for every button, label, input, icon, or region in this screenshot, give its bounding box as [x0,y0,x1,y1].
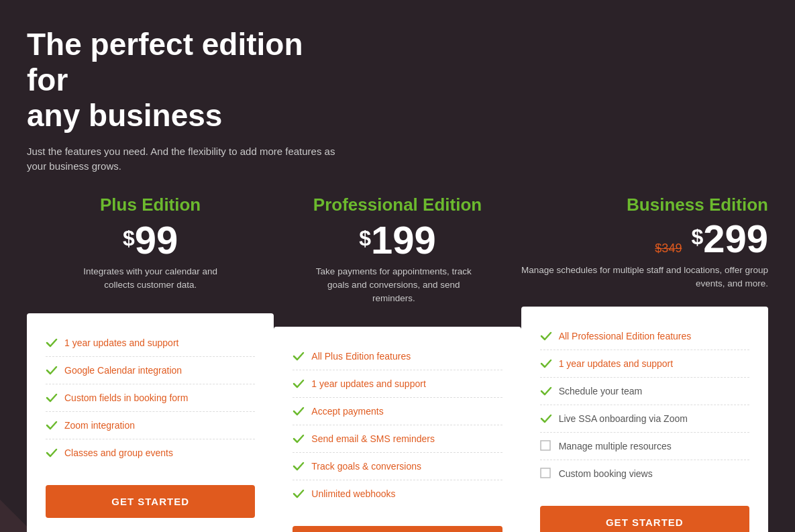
check-icon [540,385,552,397]
list-item: 1 year updates and support [540,350,749,378]
check-icon [293,460,305,472]
check-icon [46,419,58,431]
business-desc: Manage schedules for multiple staff and … [521,264,768,291]
list-item: Send email & SMS reminders [293,425,502,453]
feature-label: Track goals & conversions [311,461,421,472]
feature-label: Google Calendar integration [64,365,182,376]
business-header: Business Edition $349 $299 Manage schedu… [521,195,768,297]
pro-price: $199 [313,221,482,260]
list-item: Custom booking views [540,460,749,487]
business-dollar: $ [691,226,703,248]
feature-label: Custom booking views [559,468,653,479]
check-icon [46,392,58,404]
feature-label: Classes and group events [64,447,173,458]
list-item: 1 year updates and support [46,329,255,357]
plus-header: Plus Edition $99 Integrates with your ca… [70,195,231,303]
feature-label: Unlimited webhooks [311,488,395,499]
list-item: Unlimited webhooks [293,480,502,507]
check-icon [293,488,305,500]
feature-label: 1 year updates and support [64,337,178,348]
plus-name: Plus Edition [70,195,231,215]
feature-label: Live SSA onboarding via Zoom [559,413,688,424]
pro-features: All Plus Edition features 1 year updates… [293,343,502,507]
check-icon [293,378,305,390]
list-item: Track goals & conversions [293,453,502,480]
subtitle: Just the features you need. And the flex… [27,144,349,174]
plan-plus: Plus Edition $99 Integrates with your ca… [27,195,274,532]
plus-price: $99 [70,221,231,260]
business-price: $299 [691,219,768,258]
feature-label: Send email & SMS reminders [311,433,435,444]
check-icon [293,350,305,362]
feature-label: Schedule your team [559,386,643,396]
feature-label: Accept payments [311,406,383,417]
list-item: All Professional Edition features [540,323,749,350]
main-title: The perfect edition for any business [27,27,349,134]
feature-label: Custom fields in booking form [64,392,188,403]
plus-desc: Integrates with your calendar and collec… [70,265,231,292]
pro-dollar: $ [359,227,371,249]
check-icon [293,433,305,445]
page-wrapper: The perfect edition for any business Jus… [0,0,795,532]
business-price-row: $349 $299 [521,219,768,258]
feature-label: Zoom integration [64,420,135,431]
pro-header: Professional Edition $199 Take payments … [313,195,482,317]
square-icon [540,440,552,452]
plus-features: 1 year updates and support Google Calend… [46,329,255,466]
pro-get-started-button[interactable]: GET STARTED [293,526,502,532]
list-item: Classes and group events [46,439,255,466]
check-icon [46,337,58,349]
list-item: Schedule your team [540,378,749,405]
list-item: Google Calendar integration [46,357,255,384]
business-orig-price: $349 [655,242,682,256]
plan-business: Business Edition $349 $299 Manage schedu… [521,195,768,532]
check-icon [293,405,305,417]
pro-name: Professional Edition [313,195,482,215]
feature-label: 1 year updates and support [559,358,673,369]
plus-card: 1 year updates and support Google Calend… [27,313,274,532]
square-icon [540,468,552,480]
list-item: Custom fields in booking form [46,384,255,412]
check-icon [540,358,552,370]
feature-label: All Plus Edition features [311,351,411,362]
plus-get-started-button[interactable]: GET STARTED [46,485,255,518]
feature-label: All Professional Edition features [559,331,692,341]
business-features: All Professional Edition features 1 year… [540,323,749,487]
check-icon [46,364,58,376]
pricing-grid: Plus Edition $99 Integrates with your ca… [27,195,768,532]
check-icon [540,330,552,342]
feature-label: 1 year updates and support [311,378,425,389]
plus-dollar: $ [123,227,135,249]
pro-desc: Take payments for appointments, track go… [313,265,474,306]
business-get-started-button[interactable]: GET STARTED [540,506,749,532]
feature-label: Manage multiple resources [559,441,672,451]
check-icon [540,413,552,425]
list-item: All Plus Edition features [293,343,502,370]
list-item: Zoom integration [46,412,255,439]
header-section: The perfect edition for any business Jus… [27,27,349,174]
plan-professional: Professional Edition $199 Take payments … [274,195,521,532]
list-item: Accept payments [293,398,502,425]
check-icon [46,447,58,459]
svg-rect-1 [541,468,550,478]
pro-card: All Plus Edition features 1 year updates… [274,327,521,532]
list-item: 1 year updates and support [293,370,502,398]
svg-rect-0 [541,441,550,450]
list-item: Live SSA onboarding via Zoom [540,405,749,433]
business-card: All Professional Edition features 1 year… [521,307,768,532]
business-name: Business Edition [521,195,768,215]
list-item: Manage multiple resources [540,433,749,460]
